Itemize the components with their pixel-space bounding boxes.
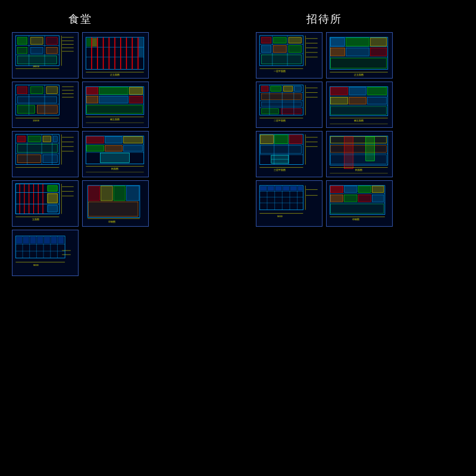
right-c2-1[interactable]: 正立面图 [326,32,393,79]
svg-rect-137 [105,137,122,143]
svg-rect-162 [274,37,286,43]
right-section-title: 招待所 [306,12,342,26]
svg-rect-136 [86,137,104,143]
svg-rect-52 [43,155,57,163]
svg-rect-125 [86,96,98,103]
left-col1: 18000 [12,32,79,276]
left-c2-1[interactable]: 正立面图 [82,32,149,79]
svg-rect-46 [17,136,26,142]
svg-text:18000: 18000 [33,65,39,68]
left-section: 食堂 [12,12,149,276]
svg-text:9000: 9000 [33,264,39,267]
left-c1-5[interactable]: 9000 [12,230,79,276]
svg-rect-227 [268,186,274,191]
svg-rect-48 [43,136,51,142]
right-c1-4[interactable]: 9000 [256,180,322,227]
svg-rect-59 [12,181,77,226]
svg-text:详细图: 详细图 [352,218,359,221]
svg-rect-150 [114,186,125,201]
svg-rect-260 [330,107,387,115]
svg-rect-280 [330,186,343,193]
svg-rect-228 [275,186,282,191]
left-section-grid: 18000 [12,32,149,276]
left-c1-4[interactable]: 立面图 [12,180,79,227]
svg-rect-272 [330,155,387,164]
svg-rect-247 [330,58,387,68]
svg-rect-10 [31,47,43,54]
svg-rect-284 [330,195,343,202]
svg-rect-187 [295,86,302,92]
svg-rect-256 [368,87,387,95]
svg-rect-254 [330,87,347,95]
svg-rect-7 [31,37,43,45]
svg-rect-258 [349,97,366,104]
svg-rect-259 [368,97,387,104]
svg-rect-72 [48,205,58,212]
svg-rect-185 [271,86,281,92]
svg-rect-163 [289,37,301,43]
right-c1-2[interactable]: 二层平面图 [256,82,322,128]
svg-rect-70 [48,186,58,192]
svg-rect-149 [101,186,112,201]
svg-text:立面图: 立面图 [32,218,39,221]
svg-rect-152 [88,202,138,216]
left-c1-2[interactable]: 15000 [12,82,79,128]
svg-rect-92 [37,237,43,244]
svg-rect-114 [92,38,97,47]
svg-text:二层平面图: 二层平面图 [274,119,286,122]
svg-rect-255 [349,87,366,95]
right-c2-3[interactable]: 剖面图 [326,131,393,177]
svg-rect-161 [261,37,271,43]
right-c2-2[interactable]: 侧立面图 [326,82,393,128]
svg-rect-128 [86,105,143,114]
left-c2-2[interactable]: 侧立面图 [82,82,149,128]
svg-rect-11 [46,47,58,54]
svg-rect-241 [330,38,345,46]
left-c2-4[interactable]: 详细图 [82,180,149,227]
svg-rect-8 [46,37,58,45]
svg-rect-141 [124,145,143,151]
svg-rect-32 [37,105,57,114]
main-container: 食堂 [0,0,476,476]
svg-rect-30 [17,96,57,103]
svg-rect-138 [124,137,143,143]
svg-text:侧立面图: 侧立面图 [110,118,120,121]
svg-rect-151 [127,186,139,201]
svg-rect-242 [346,38,369,46]
left-c2-3[interactable]: 剖面图 [82,131,149,177]
svg-rect-90 [23,237,29,244]
right-col1: 一层平面图 [256,32,322,227]
svg-rect-50 [17,144,57,152]
right-section-grid: 一层平面图 [256,32,393,227]
svg-rect-286 [358,195,371,202]
svg-rect-124 [129,87,142,95]
svg-text:15000: 15000 [33,119,39,122]
svg-rect-51 [17,155,40,163]
left-c1-3[interactable] [12,131,79,177]
right-c1-1[interactable]: 一层平面图 [256,32,322,79]
svg-rect-229 [283,186,289,191]
svg-rect-207 [260,145,301,154]
svg-rect-91 [30,237,36,244]
svg-rect-188 [261,93,301,99]
svg-rect-245 [346,48,369,56]
svg-text:一层平面图: 一层平面图 [274,70,286,73]
svg-rect-139 [86,145,104,151]
svg-text:剖面图: 剖面图 [111,167,118,170]
svg-rect-142 [101,153,130,163]
svg-rect-285 [345,195,357,202]
svg-rect-89 [16,237,22,244]
left-c1-1[interactable]: 18000 [12,32,79,79]
svg-rect-115 [139,38,143,57]
right-c2-4[interactable]: 详细图 [326,180,393,227]
svg-rect-204 [260,135,273,144]
right-c1-3[interactable]: 三层平面图 [256,131,322,177]
svg-text:三层平面图: 三层平面图 [274,168,286,171]
svg-rect-287 [372,195,383,202]
svg-rect-148 [88,186,99,201]
svg-text:正立面图: 正立面图 [354,73,364,76]
svg-rect-47 [29,136,40,142]
svg-text:侧立面图: 侧立面图 [354,119,364,122]
svg-rect-126 [99,96,129,103]
svg-rect-166 [289,45,301,52]
